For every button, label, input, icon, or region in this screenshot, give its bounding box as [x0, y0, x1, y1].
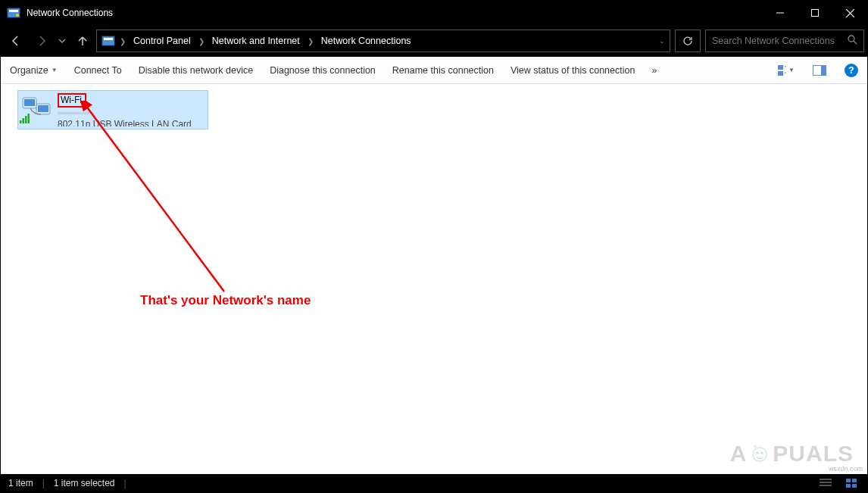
svg-point-2	[16, 14, 19, 17]
svg-rect-16	[821, 65, 826, 75]
connection-ssid: ————	[58, 108, 192, 119]
cmd-rename[interactable]: Rename this connection	[392, 65, 494, 76]
svg-rect-20	[38, 105, 48, 112]
connection-name: Wi-Fi	[58, 93, 86, 108]
svg-point-26	[753, 448, 767, 461]
svg-rect-34	[846, 484, 851, 488]
address-dropdown-icon[interactable]: ⌄	[659, 37, 665, 45]
search-input[interactable]	[712, 36, 847, 46]
breadcrumb-item[interactable]: Control Panel	[130, 34, 194, 48]
content-area: Wi-Fi ———— 802.11n USB Wireless LAN Card…	[1, 84, 867, 474]
annotation-arrow	[76, 101, 273, 298]
refresh-button[interactable]	[675, 30, 701, 52]
close-button[interactable]	[832, 1, 867, 25]
svg-rect-7	[102, 36, 114, 45]
chevron-right-icon[interactable]: ❯	[308, 37, 314, 45]
window-title: Network Connections	[27, 8, 763, 18]
window-controls	[763, 1, 867, 25]
location-icon	[101, 34, 115, 48]
svg-rect-32	[846, 479, 851, 482]
navbar: ❯ Control Panel ❯ Network and Internet ❯…	[1, 25, 867, 57]
svg-rect-11	[778, 65, 783, 70]
organize-menu[interactable]: Organize▼	[10, 65, 58, 76]
svg-point-28	[761, 451, 763, 454]
svg-rect-18	[24, 99, 35, 106]
signal-strength-icon	[20, 113, 32, 126]
chevron-right-icon[interactable]: ❯	[120, 37, 126, 45]
cmd-diagnose[interactable]: Diagnose this connection	[270, 65, 376, 76]
watermark-logo-icon	[748, 442, 771, 465]
watermark: A PUALS	[730, 441, 854, 466]
up-button[interactable]	[70, 29, 95, 53]
svg-rect-21	[20, 120, 22, 123]
cmd-view-status[interactable]: View status of this connection	[510, 65, 635, 76]
svg-rect-24	[28, 114, 30, 123]
search-icon[interactable]	[847, 34, 857, 48]
breadcrumb-item[interactable]: Network and Internet	[209, 34, 303, 48]
footer-tag: wsxdn.com	[829, 465, 863, 473]
help-icon[interactable]: ?	[845, 64, 858, 77]
back-button[interactable]	[4, 29, 28, 53]
address-bar[interactable]: ❯ Control Panel ❯ Network and Internet ❯…	[96, 30, 670, 52]
svg-rect-33	[852, 479, 857, 482]
cmd-overflow[interactable]: »	[651, 65, 657, 76]
svg-point-27	[757, 451, 759, 454]
svg-line-25	[86, 105, 224, 292]
svg-rect-1	[9, 10, 18, 12]
status-separator: |	[42, 478, 45, 488]
svg-rect-35	[852, 484, 857, 488]
annotation-text: That's your Network's name	[140, 293, 311, 308]
svg-rect-22	[23, 118, 25, 123]
connection-device: 802.11n USB Wireless LAN Card	[58, 119, 192, 126]
chevron-right-icon[interactable]: ❯	[198, 37, 205, 45]
window-icon	[7, 6, 20, 20]
cmd-connect-to[interactable]: Connect To	[74, 65, 122, 76]
search-box[interactable]	[705, 30, 864, 52]
status-bar: 1 item | 1 item selected |	[1, 474, 867, 492]
breadcrumb-item[interactable]: Network Connections	[318, 34, 414, 48]
status-item-count: 1 item	[8, 478, 33, 488]
command-bar: Organize▼ Connect To Disable this networ…	[1, 57, 867, 84]
minimize-button[interactable]	[763, 1, 798, 25]
svg-rect-23	[25, 116, 27, 123]
svg-rect-12	[778, 71, 783, 76]
large-icons-view-icon[interactable]	[843, 476, 860, 490]
maximize-button[interactable]	[798, 1, 832, 25]
details-view-icon[interactable]	[817, 476, 834, 490]
connection-details: Wi-Fi ———— 802.11n USB Wireless LAN Card	[58, 93, 192, 126]
svg-line-10	[854, 41, 857, 44]
cmd-disable[interactable]: Disable this network device	[139, 65, 253, 76]
connection-item[interactable]: Wi-Fi ———— 802.11n USB Wireless LAN Card	[17, 90, 208, 129]
svg-point-9	[848, 36, 854, 42]
svg-rect-4	[812, 10, 819, 17]
forward-button[interactable]	[30, 29, 54, 53]
view-options-icon[interactable]: ▼	[778, 62, 795, 79]
status-separator: |	[124, 478, 126, 488]
svg-rect-8	[104, 38, 113, 40]
preview-pane-icon[interactable]	[811, 62, 828, 79]
network-adapter-icon	[21, 93, 53, 125]
titlebar: Network Connections	[1, 1, 867, 25]
status-selection: 1 item selected	[54, 478, 115, 488]
recent-dropdown[interactable]	[55, 29, 69, 53]
